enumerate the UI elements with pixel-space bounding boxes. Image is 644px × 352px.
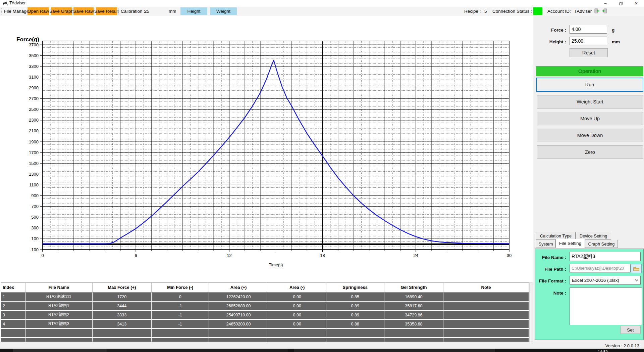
save-raw-button[interactable]: Save Raw <box>73 7 94 15</box>
table-cell: 3413 <box>92 319 151 328</box>
connection-status-indicator <box>533 7 542 15</box>
tab-file-setting[interactable]: File Setting <box>555 239 585 248</box>
move-down-button[interactable]: Move Down <box>537 129 643 142</box>
browse-folder-button[interactable] <box>631 264 642 273</box>
force-time-chart: -100100300500700900110013001500170019002… <box>0 16 533 275</box>
separator <box>490 8 490 15</box>
svg-text:0: 0 <box>41 253 44 258</box>
restore-icon <box>619 2 623 5</box>
table-cell: 0.00 <box>268 301 326 310</box>
set-button[interactable]: Set <box>620 326 641 334</box>
tab-graph-setting[interactable]: Graph Setting <box>585 240 618 248</box>
save-result-button[interactable]: Save Result <box>96 7 117 15</box>
save-graph-button[interactable]: Save Graph <box>51 7 72 15</box>
svg-text:3100: 3100 <box>29 75 39 80</box>
table-cell: 0.85 <box>326 292 384 301</box>
taskbar-segment <box>294 349 495 352</box>
svg-text:-100: -100 <box>30 247 39 252</box>
minimize-button[interactable]: – <box>598 0 613 7</box>
table-row[interactable]: 2RTA2塑料13444-126852880.000.000.8935817.6… <box>1 301 529 310</box>
column-header[interactable]: Springiness <box>326 283 384 292</box>
reset-button[interactable]: Reset <box>570 48 608 57</box>
table-row[interactable]: 4RTA2塑料33413-124650200.000.000.8835358.6… <box>1 319 529 328</box>
column-header[interactable]: Index <box>1 283 25 292</box>
table-cell: RTA2塑料1 <box>25 301 92 310</box>
weight-mode-button[interactable]: Weight <box>210 7 237 15</box>
height-input[interactable] <box>570 37 607 45</box>
file-path-label: File Path : <box>537 267 566 272</box>
taskbar-clock: 14:58 <box>598 350 608 352</box>
column-header[interactable]: Note <box>443 283 529 292</box>
column-header[interactable]: Area (+) <box>209 283 268 292</box>
file-format-select[interactable]: Excel 2007-2016 (.xlsx) <box>570 276 641 284</box>
svg-text:2900: 2900 <box>29 85 39 90</box>
table-cell: 0.89 <box>326 301 384 310</box>
table-cell: 0.00 <box>268 310 326 319</box>
table-cell: 4 <box>1 319 25 328</box>
table-cell: -1 <box>151 319 209 328</box>
folder-icon <box>633 266 639 271</box>
table-cell <box>1 328 25 338</box>
zero-button[interactable]: Zero <box>537 145 643 159</box>
column-header[interactable]: File Name <box>25 283 92 292</box>
svg-text:1100: 1100 <box>29 182 39 187</box>
table-row[interactable] <box>1 338 529 342</box>
sign-out-icon[interactable] <box>602 8 607 13</box>
table-cell: 2 <box>1 301 25 310</box>
open-raw-button[interactable]: Open Raw <box>28 7 49 15</box>
table-row[interactable] <box>1 328 529 338</box>
table-cell <box>443 328 529 338</box>
column-header[interactable]: Min Force (-) <box>151 283 209 292</box>
svg-text:2700: 2700 <box>29 96 39 101</box>
table-scrollbar[interactable] <box>529 282 533 342</box>
svg-text:1300: 1300 <box>29 172 39 177</box>
table-cell <box>92 338 151 342</box>
file-name-input[interactable] <box>570 252 641 261</box>
table-cell <box>443 292 529 301</box>
app-logo-icon <box>3 1 8 6</box>
table-cell <box>25 328 92 338</box>
table-cell <box>443 319 529 328</box>
sign-in-icon[interactable] <box>594 8 600 13</box>
table-cell <box>443 338 529 342</box>
weight-start-button[interactable]: Weight Start <box>537 95 643 108</box>
window-title: TAdviser <box>9 1 25 5</box>
column-header[interactable]: Area (-) <box>268 283 326 292</box>
column-header[interactable]: Max Force (+) <box>92 283 151 292</box>
move-up-button[interactable]: Move Up <box>537 112 643 125</box>
svg-text:18: 18 <box>320 253 325 258</box>
calibration-unit: mm <box>169 9 176 14</box>
note-label: Note : <box>544 291 566 296</box>
table-cell: 16890.40 <box>384 292 443 301</box>
table-cell: 1720 <box>92 292 151 301</box>
height-label: Height : <box>536 39 566 44</box>
calibration-value[interactable]: 25 <box>144 9 149 14</box>
table-cell <box>384 328 443 338</box>
chevron-down-icon <box>635 279 638 281</box>
height-unit: mm <box>612 39 620 44</box>
file-path-input[interactable] <box>570 264 631 272</box>
force-input[interactable] <box>570 25 607 34</box>
table-cell: -1 <box>151 301 209 310</box>
note-textarea[interactable] <box>570 288 642 325</box>
close-button[interactable]: ✕ <box>629 0 644 7</box>
height-mode-button[interactable]: Height <box>180 7 207 15</box>
table-cell: 0 <box>151 292 209 301</box>
table-cell: 0.88 <box>326 319 384 328</box>
column-header[interactable]: Gel Strength <box>384 283 443 292</box>
tab-system[interactable]: System <box>536 240 555 248</box>
svg-text:700: 700 <box>31 204 39 209</box>
table-cell: 35817.60 <box>384 301 443 310</box>
table-row[interactable]: 1RTA2泡沫1111720012262420.000.000.8516890.… <box>1 292 529 301</box>
table-cell <box>443 310 529 319</box>
table-cell: 35358.68 <box>384 319 443 328</box>
table-cell <box>1 338 25 342</box>
recipe-label: Recipe : <box>464 9 481 14</box>
table-cell: 24650200.00 <box>209 319 268 328</box>
run-button[interactable]: Run <box>536 78 643 92</box>
svg-text:12: 12 <box>227 253 231 258</box>
table-row[interactable]: 3RTA2塑料23333-125499710.000.000.8934729.8… <box>1 310 529 319</box>
svg-text:300: 300 <box>31 225 39 230</box>
maximize-button[interactable] <box>613 0 629 7</box>
svg-text:Time(s): Time(s) <box>269 263 283 267</box>
